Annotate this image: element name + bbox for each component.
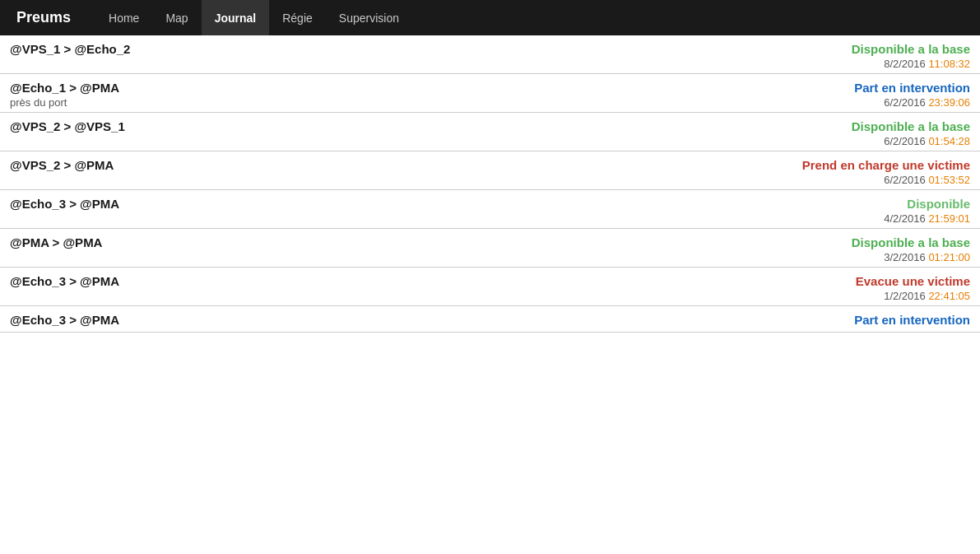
entry-time: 4/2/2016 21:59:01 xyxy=(884,212,970,225)
entry-time: 6/2/2016 23:39:06 xyxy=(884,96,970,109)
entry-from: @VPS_2 > @VPS_1 xyxy=(10,119,125,133)
nav-item-map[interactable]: Map xyxy=(152,0,201,35)
entry-header-row: @Echo_3 > @PMA Part en intervention xyxy=(10,313,970,327)
entry-status: Part en intervention xyxy=(854,81,970,95)
journal-entry: @VPS_2 > @PMA Prend en charge une victim… xyxy=(0,151,980,190)
entry-header-row: @VPS_2 > @PMA Prend en charge une victim… xyxy=(10,158,970,172)
entry-header-row: @VPS_1 > @Echo_2 Disponible a la base xyxy=(10,42,970,56)
entry-meta: 6/2/2016 01:54:28 xyxy=(10,135,970,147)
entry-status: Part en intervention xyxy=(854,313,970,327)
entry-from: @Echo_3 > @PMA xyxy=(10,274,119,288)
entry-date: 6/2/2016 xyxy=(884,135,928,147)
entry-from: @Echo_3 > @PMA xyxy=(10,313,119,327)
entry-meta: 4/2/2016 21:59:01 xyxy=(10,212,970,225)
journal-entry: @Echo_3 > @PMA Evacue une victime 1/2/20… xyxy=(0,268,980,306)
entry-status: Evacue une victime xyxy=(856,274,970,288)
entry-status: Prend en charge une victime xyxy=(802,158,970,172)
entry-date: 8/2/2016 xyxy=(884,58,928,70)
entry-time: 3/2/2016 01:21:00 xyxy=(884,251,970,263)
nav-item-supervision[interactable]: Supervision xyxy=(326,0,412,35)
nav-item-rgie[interactable]: Régie xyxy=(269,0,326,35)
nav-items: HomeMapJournalRégieSupervision xyxy=(95,0,412,35)
entry-date: 3/2/2016 xyxy=(884,251,928,263)
entry-time: 6/2/2016 01:53:52 xyxy=(884,174,970,186)
brand: Preums xyxy=(8,9,79,26)
journal-entry: @Echo_3 > @PMA Part en intervention xyxy=(0,306,980,333)
entry-date: 1/2/2016 xyxy=(884,290,928,302)
entry-date: 6/2/2016 xyxy=(884,96,928,109)
entry-meta: 6/2/2016 01:53:52 xyxy=(10,174,970,186)
journal-container: @VPS_1 > @Echo_2 Disponible a la base 8/… xyxy=(0,35,980,333)
entry-meta: 8/2/2016 11:08:32 xyxy=(10,58,970,70)
journal-entry: @Echo_1 > @PMA Part en intervention près… xyxy=(0,74,980,113)
entry-status: Disponible a la base xyxy=(852,119,970,133)
entry-status: Disponible a la base xyxy=(852,42,970,56)
entry-date: 6/2/2016 xyxy=(884,174,928,186)
entry-meta: 1/2/2016 22:41:05 xyxy=(10,290,970,302)
entry-hms: 01:54:28 xyxy=(928,135,970,147)
entry-hms: 01:21:00 xyxy=(928,251,970,263)
entry-meta: 3/2/2016 01:21:00 xyxy=(10,251,970,263)
entry-from: @VPS_1 > @Echo_2 xyxy=(10,42,130,56)
entry-location: près du port xyxy=(10,96,67,109)
entry-header-row: @Echo_3 > @PMA Evacue une victime xyxy=(10,274,970,288)
entry-header-row: @Echo_1 > @PMA Part en intervention xyxy=(10,81,970,95)
entry-hms: 11:08:32 xyxy=(928,58,970,70)
nav-item-home[interactable]: Home xyxy=(95,0,152,35)
entry-status: Disponible xyxy=(907,197,970,211)
navbar: Preums HomeMapJournalRégieSupervision xyxy=(0,0,980,35)
entry-meta: près du port 6/2/2016 23:39:06 xyxy=(10,96,970,109)
entry-hms: 21:59:01 xyxy=(928,212,970,225)
journal-entry: @VPS_2 > @VPS_1 Disponible a la base 6/2… xyxy=(0,113,980,151)
entry-header-row: @VPS_2 > @VPS_1 Disponible a la base xyxy=(10,119,970,133)
journal-entry: @PMA > @PMA Disponible a la base 3/2/201… xyxy=(0,229,980,268)
entry-from: @Echo_3 > @PMA xyxy=(10,197,119,211)
entry-from: @PMA > @PMA xyxy=(10,235,102,249)
entry-from: @VPS_2 > @PMA xyxy=(10,158,114,172)
entry-header-row: @PMA > @PMA Disponible a la base xyxy=(10,235,970,249)
entry-hms: 01:53:52 xyxy=(928,174,970,186)
entry-from: @Echo_1 > @PMA xyxy=(10,81,119,95)
entry-hms: 22:41:05 xyxy=(928,290,970,302)
entry-header-row: @Echo_3 > @PMA Disponible xyxy=(10,197,970,211)
entry-status: Disponible a la base xyxy=(852,235,970,249)
journal-entry: @VPS_1 > @Echo_2 Disponible a la base 8/… xyxy=(0,35,980,74)
journal-entry: @Echo_3 > @PMA Disponible 4/2/2016 21:59… xyxy=(0,190,980,229)
entry-time: 1/2/2016 22:41:05 xyxy=(884,290,970,302)
entry-time: 6/2/2016 01:54:28 xyxy=(884,135,970,147)
entry-date: 4/2/2016 xyxy=(884,212,928,225)
entry-time: 8/2/2016 11:08:32 xyxy=(884,58,970,70)
entry-hms: 23:39:06 xyxy=(928,96,970,109)
nav-item-journal[interactable]: Journal xyxy=(202,0,270,35)
